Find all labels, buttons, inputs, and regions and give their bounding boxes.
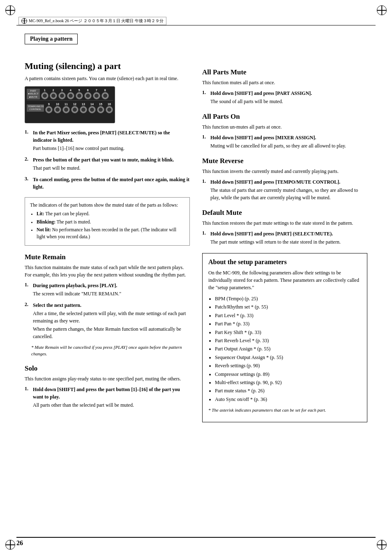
part-btn-5: 5	[76, 89, 83, 99]
all-parts-mute-steps: 1.Hold down [SHIFT] and press [PART ASSI…	[202, 90, 367, 105]
setup-param-item-12: Auto Sync on/off * (p. 36)	[215, 395, 361, 403]
two-col-layout: Muting (silencing) a part A pattern cont…	[25, 61, 367, 422]
info-box-item-0: Lit: The part can be played.	[37, 210, 184, 217]
all-parts-on-title: All Parts On	[202, 113, 367, 121]
step-item: 1.Hold down [SHIFT] and press [TEMPO/MUT…	[202, 178, 367, 201]
all-parts-mute-desc: This function mutes all parts at once.	[202, 79, 367, 86]
header-text: MC-909_Ref_e.book 26 ページ ２００５年３月１日 火曜日 午…	[18, 17, 166, 25]
mute-reverse-title: Mute Reverse	[202, 157, 367, 165]
setup-param-item-9: Compressor settings (p. 89)	[215, 370, 361, 378]
part-btn-12: 12	[71, 103, 78, 113]
setup-param-item-4: Part Key Shift * (p. 33)	[215, 328, 361, 336]
solo-desc: This function assigns play-ready status …	[25, 375, 190, 382]
step-item: 2.Select the next pattern.After a time, …	[25, 302, 190, 340]
part-btn-6: 6	[84, 89, 92, 99]
part-buttons-row1: PART ●SELECT ●MUTE 12345678	[25, 87, 115, 100]
muting-steps: 1.In the Part Mixer section, press [PART…	[25, 129, 190, 191]
part-btn-13: 13	[80, 103, 87, 113]
part-btn-14: 14	[88, 103, 96, 113]
setup-param-item-11: Part mute status * (p. 26)	[215, 387, 361, 395]
setup-param-item-2: Part Level * (p. 33)	[215, 311, 361, 320]
main-content: Playing a pattern Muting (silencing) a p…	[16, 25, 376, 534]
part-btn-11: 11	[62, 103, 70, 113]
mute-reverse-steps: 1.Hold down [SHIFT] and press [TEMPO/MUT…	[202, 178, 367, 201]
setup-params-desc: On the MC-909, the following parameters …	[208, 269, 361, 291]
footer: 26	[16, 537, 376, 547]
part-btn-1: 1	[41, 89, 48, 99]
corner-mark-br	[376, 539, 388, 551]
part-buttons-row2: TEMPO/MUTE CONTROL 910111213141516	[25, 101, 115, 114]
left-column: Muting (silencing) a part A pattern cont…	[25, 61, 190, 422]
solo-title: Solo	[25, 364, 190, 373]
mute-remain-footnote: * Mute Remain will be cancelled if you p…	[31, 344, 190, 357]
right-column: All Parts Mute This function mutes all p…	[202, 61, 367, 422]
setup-params-footnote: * The asterisk indicates parameters that…	[208, 407, 361, 414]
section-header-box: Playing a pattern	[25, 34, 78, 44]
all-parts-on-steps: 1.Hold down [SHIFT] and press [MIXER ASS…	[202, 134, 367, 150]
part-btn-10: 10	[54, 103, 61, 113]
step-item: 1.During pattern playback, press [PLAY].…	[25, 282, 190, 297]
step-item: 1.Hold down [SHIFT] and press [PART] (SE…	[202, 230, 367, 246]
setup-param-item-1: Patch/Rhythm set * (p. 55)	[215, 303, 361, 311]
step-item: 2.Press the button of the part that you …	[25, 156, 190, 172]
setup-param-item-10: Multi-effect settings (p. 90, p. 92)	[215, 378, 361, 387]
setup-params-box: About the setup parameters On the MC-909…	[202, 253, 367, 422]
part-buttons-row2-btns: 910111213141516	[45, 103, 113, 113]
muting-intro: A pattern contains sixteen parts. You ca…	[25, 75, 190, 82]
setup-params-list: BPM (Tempo) (p. 25)Patch/Rhythm set * (p…	[215, 295, 361, 403]
part-btn-16: 16	[106, 103, 113, 113]
part-btn-4: 4	[67, 89, 74, 99]
info-box-item-1: Blinking: The part is muted.	[37, 219, 184, 226]
part-btn-3: 3	[58, 89, 66, 99]
tempo-mute-label: TEMPO/MUTE CONTROL	[27, 104, 44, 112]
setup-param-item-0: BPM (Tempo) (p. 25)	[215, 295, 361, 303]
solo-steps: 1.Hold down [SHIFT] and press the part b…	[25, 386, 190, 409]
setup-param-item-6: Part Output Assign * (p. 55)	[215, 345, 361, 353]
setup-param-item-7: Sequencer Output Assign * (p. 55)	[215, 353, 361, 362]
part-btn-7: 7	[93, 89, 100, 99]
part-select-mute-label: PART ●SELECT ●MUTE	[27, 89, 40, 99]
all-parts-mute-title: All Parts Mute	[202, 68, 367, 76]
corner-mark-tr	[376, 4, 388, 16]
part-btn-2: 2	[50, 89, 57, 99]
setup-param-item-5: Part Reverb Level * (p. 33)	[215, 336, 361, 345]
part-btn-9: 9	[45, 103, 53, 113]
info-box-item-2: Not lit: No performance has been recorde…	[37, 226, 184, 241]
default-mute-title: Default Mute	[202, 209, 367, 217]
part-btn-8: 8	[101, 89, 109, 99]
corner-mark-bl	[4, 539, 16, 551]
step-item: 3.To cancel muting, press the button of …	[25, 176, 190, 191]
default-mute-steps: 1.Hold down [SHIFT] and press [PART] (SE…	[202, 230, 367, 246]
info-box: The indicators of the part buttons show …	[25, 197, 190, 246]
mute-remain-title: Mute Remain	[25, 253, 190, 261]
step-item: 1.Hold down [SHIFT] and press the part b…	[25, 386, 190, 409]
all-parts-on-desc: This function un-mutes all parts at once…	[202, 123, 367, 131]
page-number: 26	[16, 539, 23, 547]
step-item: 1.Hold down [SHIFT] and press [MIXER ASS…	[202, 134, 367, 150]
mute-reverse-desc: This function inverts the currently mute…	[202, 168, 367, 175]
mute-remain-steps: 1.During pattern playback, press [PLAY].…	[25, 282, 190, 340]
header-bar: MC-909_Ref_e.book 26 ページ ２００５年３月１日 火曜日 午…	[16, 16, 376, 25]
setup-param-item-8: Reverb settings (p. 90)	[215, 362, 361, 370]
setup-param-item-3: Part Pan * (p. 33)	[215, 320, 361, 328]
muting-title: Muting (silencing) a part	[25, 61, 190, 71]
setup-params-title: About the setup parameters	[208, 258, 361, 266]
part-buttons-row1-btns: 12345678	[41, 89, 109, 99]
corner-mark-tl	[4, 4, 16, 16]
step-item: 1.Hold down [SHIFT] and press [PART ASSI…	[202, 90, 367, 105]
info-box-list: Lit: The part can be played.Blinking: Th…	[37, 210, 184, 240]
step-item: 1.In the Part Mixer section, press [PART…	[25, 129, 190, 152]
part-btn-15: 15	[97, 103, 104, 113]
mute-remain-desc: This function maintains the mute status …	[25, 264, 190, 279]
part-buttons-diagram: PART ●SELECT ●MUTE 12345678 TEMPO/MUTE C…	[25, 86, 115, 123]
default-mute-desc: This function restores the part mute set…	[202, 219, 367, 227]
